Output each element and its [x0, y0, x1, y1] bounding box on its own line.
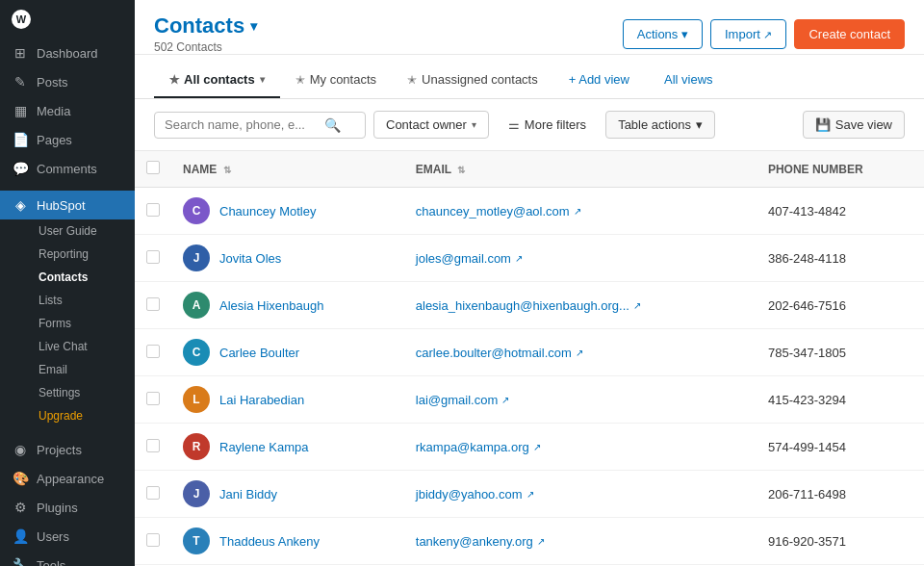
- sidebar-label-projects: Projects: [37, 443, 82, 457]
- tab-my-contacts-icon: ✭: [295, 73, 305, 87]
- sidebar-item-dashboard[interactable]: ⊞ Dashboard: [0, 39, 135, 67]
- sidebar-item-appearance[interactable]: 🎨 Appearance: [0, 464, 135, 493]
- sidebar-item-reporting[interactable]: Reporting: [27, 243, 135, 266]
- phone-column-header[interactable]: PHONE NUMBER: [757, 151, 924, 188]
- filters-icon: ⚌: [508, 117, 520, 132]
- contact-email-link[interactable]: chauncey_motley@aol.com: [416, 204, 570, 219]
- contact-name-link[interactable]: Lai Harabedian: [219, 393, 304, 407]
- tab-unassigned-contacts[interactable]: ✭ Unassigned contacts: [392, 63, 553, 98]
- row-checkbox-cell: [135, 376, 171, 424]
- appearance-icon: 🎨: [12, 471, 29, 486]
- contact-avatar: T: [183, 527, 210, 554]
- tab-my-contacts[interactable]: ✭ My contacts: [280, 63, 392, 98]
- sidebar-item-lists[interactable]: Lists: [27, 289, 135, 312]
- tab-add-view[interactable]: + Add view: [553, 63, 645, 98]
- sidebar-label-appearance: Appearance: [37, 472, 104, 486]
- contact-name-link[interactable]: Alesia Hixenbaugh: [219, 298, 323, 313]
- sidebar-item-media[interactable]: ▦ Media: [0, 96, 135, 125]
- plugins-icon: ⚙: [12, 500, 29, 515]
- email-external-icon: ↗: [501, 395, 509, 405]
- email-cell: chauncey_motley@aol.com ↗: [404, 188, 757, 235]
- title-chevron-icon[interactable]: ▾: [250, 18, 257, 34]
- phone-cell: 202-646-7516: [757, 282, 924, 329]
- row-checkbox-3[interactable]: [146, 297, 160, 311]
- contact-name-link[interactable]: Raylene Kampa: [219, 440, 309, 454]
- contact-avatar: C: [183, 339, 210, 366]
- contact-owner-chevron-icon: ▾: [472, 119, 476, 130]
- tab-all-contacts[interactable]: ✭ All contacts ▾: [154, 63, 280, 98]
- sidebar-item-live-chat[interactable]: Live Chat: [27, 335, 135, 358]
- search-icon[interactable]: 🔍: [324, 117, 341, 133]
- row-checkbox-1[interactable]: [146, 203, 160, 217]
- sidebar-item-posts[interactable]: ✎ Posts: [0, 67, 135, 96]
- tab-all-views[interactable]: All views: [649, 63, 729, 98]
- sidebar-label-user-guide: User Guide: [38, 224, 97, 238]
- contact-email-link[interactable]: lai@gmail.com: [416, 393, 498, 407]
- name-cell: J Jovita Oles: [171, 235, 404, 282]
- sidebar-item-users[interactable]: 👤 Users: [0, 522, 135, 551]
- contact-name-link[interactable]: Jovita Oles: [219, 251, 281, 266]
- email-sort-icon: ⇅: [457, 165, 465, 175]
- contact-name-link[interactable]: Carlee Boulter: [219, 346, 299, 360]
- row-checkbox-8[interactable]: [146, 533, 160, 547]
- contacts-table-container: NAME ⇅ EMAIL ⇅ PHONE NUMBER: [135, 151, 924, 566]
- sidebar-item-pages[interactable]: 📄 Pages: [0, 125, 135, 154]
- row-checkbox-cell: [135, 424, 171, 471]
- search-input[interactable]: [165, 117, 319, 132]
- sidebar-label-upgrade: Upgrade: [38, 409, 83, 423]
- comments-icon: 💬: [12, 161, 29, 176]
- row-checkbox-4[interactable]: [146, 345, 160, 358]
- import-button[interactable]: Import ↗: [710, 19, 786, 49]
- table-actions-chevron-icon: ▾: [696, 117, 703, 132]
- create-contact-button[interactable]: Create contact: [794, 19, 905, 49]
- sidebar-label-tools: Tools: [37, 558, 65, 567]
- sidebar-item-user-guide[interactable]: User Guide: [27, 219, 135, 243]
- contact-email-link[interactable]: joles@gmail.com: [416, 251, 511, 266]
- contact-name-link[interactable]: Jani Biddy: [219, 487, 277, 502]
- contact-email-link[interactable]: tankeny@ankeny.org: [416, 534, 533, 549]
- header-actions: Actions ▾ Import ↗ Create contact: [623, 19, 905, 49]
- actions-button[interactable]: Actions ▾: [623, 19, 703, 49]
- contact-name-link[interactable]: Chauncey Motley: [219, 204, 316, 219]
- table-row: A Alesia Hixenbaugh alesia_hixenbaugh@hi…: [135, 282, 924, 329]
- tab-all-contacts-icon: ✭: [169, 73, 179, 87]
- row-checkbox-2[interactable]: [146, 250, 160, 264]
- sidebar-item-comments[interactable]: 💬 Comments: [0, 154, 135, 183]
- more-filters-button[interactable]: ⚌ More filters: [497, 112, 598, 138]
- row-checkbox-5[interactable]: [146, 392, 160, 405]
- email-column-header[interactable]: EMAIL ⇅: [404, 151, 757, 188]
- contact-email-link[interactable]: rkampa@kampa.org: [416, 440, 529, 454]
- contact-name-link[interactable]: Thaddeus Ankeny: [219, 534, 320, 549]
- sidebar-item-hubspot[interactable]: ◈ HubSpot: [0, 191, 135, 219]
- contact-email-link[interactable]: carlee.boulter@hotmail.com: [416, 346, 572, 360]
- sidebar-label-hubspot: HubSpot: [37, 198, 86, 213]
- users-icon: 👤: [12, 528, 29, 544]
- contact-owner-filter[interactable]: Contact owner ▾: [373, 111, 489, 139]
- sidebar-item-settings-hs[interactable]: Settings: [27, 381, 135, 404]
- sidebar-item-email[interactable]: Email: [27, 358, 135, 381]
- name-column-header[interactable]: NAME ⇅: [171, 151, 404, 188]
- contact-email-link[interactable]: jbiddy@yahoo.com: [416, 487, 523, 502]
- select-all-checkbox[interactable]: [146, 161, 160, 174]
- sidebar-item-contacts[interactable]: Contacts: [27, 266, 135, 289]
- wordpress-icon: W: [12, 10, 31, 29]
- tab-unassigned-icon: ✭: [407, 73, 417, 87]
- sidebar-item-plugins[interactable]: ⚙ Plugins: [0, 493, 135, 522]
- sidebar-item-projects[interactable]: ◉ Projects: [0, 435, 135, 464]
- sidebar-item-upgrade[interactable]: Upgrade: [27, 404, 135, 427]
- sidebar-item-tools[interactable]: 🔧 Tools: [0, 551, 135, 566]
- phone-cell: 574-499-1454: [757, 424, 924, 471]
- name-sort-icon: ⇅: [223, 165, 231, 175]
- sidebar-item-forms[interactable]: Forms: [27, 312, 135, 335]
- contact-avatar: R: [183, 433, 210, 460]
- row-checkbox-6[interactable]: [146, 439, 160, 452]
- name-cell: T Thaddeus Ankeny: [171, 518, 404, 565]
- contact-email-link[interactable]: alesia_hixenbaugh@hixenbaugh.org...: [416, 298, 629, 313]
- table-actions-button[interactable]: Table actions ▾: [605, 111, 715, 139]
- main-content: Contacts ▾ 502 Contacts Actions ▾ Import…: [135, 0, 924, 566]
- row-checkbox-7[interactable]: [146, 486, 160, 500]
- search-box[interactable]: 🔍: [154, 112, 366, 139]
- email-external-icon: ↗: [633, 300, 641, 311]
- select-all-header[interactable]: [135, 151, 171, 188]
- save-view-button[interactable]: 💾 Save view: [803, 111, 905, 139]
